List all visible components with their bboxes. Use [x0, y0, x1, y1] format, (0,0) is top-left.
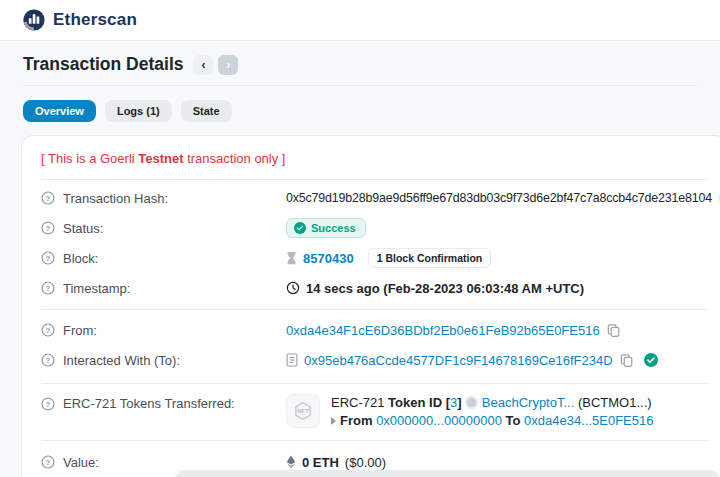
svg-text:?: ?	[46, 458, 51, 467]
help-icon[interactable]: ?	[41, 455, 55, 469]
erc721-token-line: ERC-721 Token ID [3] BeachCryptoT... (BC…	[331, 394, 653, 412]
header-divider	[23, 85, 697, 86]
row-label: Block:	[63, 251, 98, 266]
transaction-hash-value: 0x5c79d19b28b9ae9d56ff9e67d83db03c9f73d6…	[286, 191, 712, 205]
row-label: Value:	[63, 455, 99, 470]
erc721-standard: ERC-721	[331, 395, 384, 410]
help-icon[interactable]: ?	[41, 353, 55, 367]
help-icon[interactable]: ?	[41, 221, 55, 235]
help-icon[interactable]: ?	[41, 281, 55, 295]
svg-text:?: ?	[46, 399, 51, 408]
to-contract-address-link[interactable]: 0x95eb476aCcde4577DF1c9F14678169Ce16fF23…	[304, 353, 613, 368]
clock-icon	[286, 281, 300, 295]
svg-text:NFT: NFT	[297, 408, 309, 414]
tab-bar: Overview Logs (1) State	[23, 100, 697, 122]
etherscan-logo[interactable]: Etherscan	[22, 8, 137, 32]
previous-transaction-button[interactable]: ‹	[193, 55, 213, 75]
page-title: Transaction Details	[23, 54, 183, 75]
copy-icon[interactable]	[619, 353, 634, 368]
row-label: ERC-721 Tokens Transferred:	[63, 396, 235, 411]
help-icon[interactable]: ?	[41, 191, 55, 205]
chevron-right-icon[interactable]	[331, 417, 336, 425]
svg-text:?: ?	[46, 254, 51, 263]
ethereum-icon	[286, 455, 296, 469]
help-icon[interactable]: ?	[41, 251, 55, 265]
transaction-details-card: [ This is a Goerli Testnet transaction o…	[21, 135, 720, 477]
row-label: Status:	[63, 221, 103, 236]
testnet-notice-prefix: [ This is a Goerli	[41, 151, 138, 166]
status-badge: Success	[286, 218, 366, 238]
hourglass-icon	[286, 251, 297, 265]
transfer-from-address-link[interactable]: 0x000000...00000000	[376, 413, 502, 428]
contract-document-icon	[286, 353, 298, 367]
help-icon[interactable]: ?	[41, 323, 55, 337]
testnet-notice: [ This is a Goerli Testnet transaction o…	[41, 150, 707, 167]
verified-check-icon	[644, 353, 658, 367]
svg-text:?: ?	[46, 284, 51, 293]
from-row: ? From: 0xda4e34F1cE6D36BDbf2Eb0e61FeB92…	[41, 315, 707, 345]
svg-text:?: ?	[46, 194, 51, 203]
block-row: ? Block: 8570430 1 Block Confirmation	[41, 243, 707, 273]
testnet-notice-bold: Testnet	[138, 151, 183, 166]
row-label: Timestamp:	[63, 281, 130, 296]
timestamp-row: ? Timestamp: 14 secs ago (Feb-28-2023 06…	[41, 273, 707, 303]
token-id-close: ]	[457, 395, 461, 410]
row-label: From:	[63, 323, 97, 338]
from-address-link[interactable]: 0xda4e34F1cE6D36BDbf2Eb0e61FeB92b65E0FE5…	[286, 323, 600, 338]
etherscan-logo-icon	[22, 8, 46, 32]
nft-hexagon-icon: NFT	[292, 400, 314, 422]
status-row: ? Status: Success	[41, 213, 707, 243]
copy-icon[interactable]	[606, 323, 621, 338]
token-logo-icon	[465, 396, 478, 409]
eth-amount: 0 ETH	[302, 455, 339, 470]
block-confirmation-badge: 1 Block Confirmation	[368, 248, 492, 268]
svg-text:?: ?	[46, 326, 51, 335]
token-id-open: Token ID [	[388, 395, 450, 410]
transfer-to-label: To	[506, 413, 521, 428]
row-label: Interacted With (To):	[63, 353, 180, 368]
nft-image-placeholder[interactable]: NFT	[286, 394, 320, 428]
status-badge-label: Success	[311, 222, 356, 234]
tab-state[interactable]: State	[181, 100, 232, 122]
svg-text:?: ?	[46, 224, 51, 233]
tab-overview[interactable]: Overview	[23, 100, 96, 122]
transfer-from-label: From	[340, 413, 373, 428]
erc721-addresses-line: From 0x000000...00000000 To 0xda4e34...5…	[331, 412, 653, 430]
interacted-with-row: ? Interacted With (To): 0x95eb476aCcde45…	[41, 345, 707, 375]
usd-amount: ($0.00)	[345, 455, 386, 470]
site-header: Etherscan	[0, 0, 720, 41]
tab-logs[interactable]: Logs (1)	[105, 100, 172, 122]
testnet-notice-suffix: transaction only ]	[184, 151, 286, 166]
next-section-partial	[175, 470, 720, 477]
check-circle-icon	[294, 222, 306, 234]
next-transaction-button[interactable]: ›	[218, 55, 238, 75]
transfer-to-address-link[interactable]: 0xda4e34...5E0FE516	[524, 413, 653, 428]
help-icon[interactable]: ?	[41, 397, 55, 411]
timestamp-value: 14 secs ago (Feb-28-2023 06:03:48 AM +UT…	[306, 281, 584, 296]
brand-name: Etherscan	[53, 10, 137, 30]
row-label: Transaction Hash:	[63, 191, 168, 206]
svg-text:?: ?	[46, 356, 51, 365]
token-name-link[interactable]: BeachCryptoT...	[482, 395, 575, 410]
block-number-link[interactable]: 8570430	[303, 251, 354, 266]
erc721-transfer-row: ? ERC-721 Tokens Transferred: NFT ERC-72…	[41, 394, 707, 429]
token-symbol: (BCTMO1...)	[578, 395, 652, 410]
transaction-hash-row: ? Transaction Hash: 0x5c79d19b28b9ae9d56…	[41, 183, 707, 213]
page-title-row: Transaction Details ‹ ›	[23, 54, 697, 75]
